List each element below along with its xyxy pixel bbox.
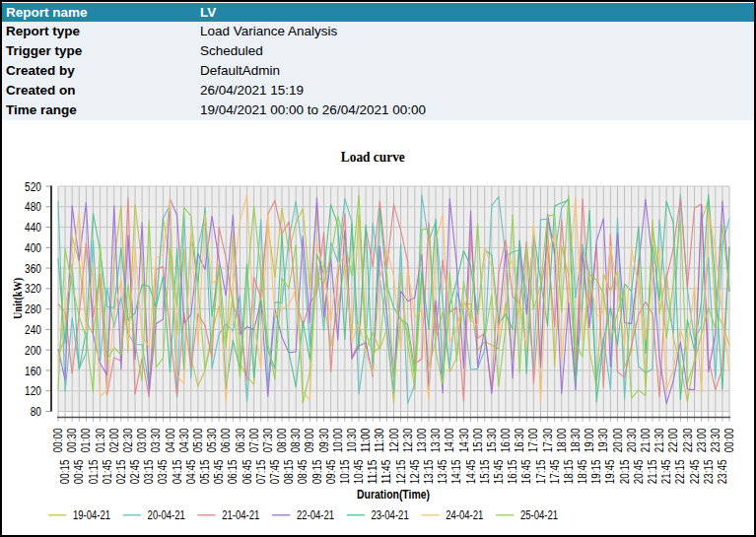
svg-text:480: 480 [25,200,41,214]
svg-text:09:30: 09:30 [317,428,331,452]
svg-text:19:30: 19:30 [596,428,610,452]
svg-text:22:15: 22:15 [673,459,687,484]
svg-text:03:45: 03:45 [157,459,171,484]
svg-text:11:30: 11:30 [373,428,386,452]
svg-text:19:15: 19:15 [589,459,603,484]
svg-text:01:45: 01:45 [101,459,114,484]
svg-text:22-04-21: 22-04-21 [297,508,334,522]
svg-text:04:00: 04:00 [164,428,177,452]
svg-text:16:30: 16:30 [513,428,526,452]
svg-text:19:00: 19:00 [583,428,596,452]
svg-text:08:15: 08:15 [282,459,296,484]
svg-text:02:00: 02:00 [107,428,121,452]
svg-text:09:15: 09:15 [310,459,324,484]
svg-text:320: 320 [25,282,41,296]
svg-text:23-04-21: 23-04-21 [372,508,409,522]
svg-text:10:00: 10:00 [331,428,345,452]
svg-text:12:45: 12:45 [408,459,422,484]
svg-text:02:45: 02:45 [128,459,142,484]
svg-text:280: 280 [25,302,41,316]
svg-text:200: 200 [25,344,41,358]
svg-text:Load curve: Load curve [341,149,405,165]
svg-text:Duration(Time): Duration(Time) [357,488,430,502]
svg-text:15:45: 15:45 [492,459,506,484]
svg-text:Unit(kW): Unit(kW) [12,278,25,319]
svg-text:18:00: 18:00 [555,428,569,452]
svg-text:20:15: 20:15 [618,459,632,484]
svg-text:09:00: 09:00 [303,428,316,452]
svg-text:10:15: 10:15 [338,459,352,484]
svg-text:120: 120 [25,384,41,398]
svg-text:06:15: 06:15 [226,459,240,484]
svg-text:400: 400 [25,241,41,255]
svg-text:08:30: 08:30 [289,428,303,452]
svg-text:05:15: 05:15 [198,459,212,484]
svg-text:00:45: 00:45 [72,459,86,484]
svg-text:03:30: 03:30 [149,428,163,452]
svg-text:11:45: 11:45 [380,459,394,484]
svg-text:02:15: 02:15 [114,459,128,484]
svg-text:360: 360 [25,262,41,276]
svg-text:20:30: 20:30 [625,428,639,452]
svg-text:03:00: 03:00 [135,428,149,452]
svg-text:14:30: 14:30 [457,428,471,452]
svg-text:23:30: 23:30 [709,428,722,452]
svg-text:21:00: 21:00 [639,428,653,452]
svg-text:07:15: 07:15 [254,459,268,484]
svg-text:24-04-21: 24-04-21 [446,508,483,522]
svg-text:04:15: 04:15 [171,459,184,484]
svg-text:16:15: 16:15 [506,459,519,484]
svg-text:05:45: 05:45 [212,459,226,484]
svg-text:12:30: 12:30 [401,428,415,452]
svg-text:21:15: 21:15 [646,459,659,484]
svg-text:12:00: 12:00 [387,428,401,452]
svg-text:16:00: 16:00 [499,428,513,452]
svg-text:05:30: 05:30 [205,428,219,452]
svg-text:20:00: 20:00 [611,428,625,452]
svg-text:17:45: 17:45 [548,459,562,484]
svg-text:25-04-21: 25-04-21 [520,508,558,522]
svg-text:04:45: 04:45 [184,459,198,484]
svg-text:18:30: 18:30 [569,428,583,452]
svg-text:11:15: 11:15 [366,459,379,484]
svg-text:17:00: 17:00 [526,428,540,452]
svg-text:13:00: 13:00 [415,428,429,452]
svg-text:00:00: 00:00 [51,428,65,452]
svg-text:20-04-21: 20-04-21 [148,508,185,522]
svg-text:06:00: 06:00 [219,428,233,452]
svg-text:00:30: 00:30 [65,428,79,452]
svg-text:14:15: 14:15 [449,459,463,484]
svg-text:00:00: 00:00 [722,428,736,452]
svg-text:16:45: 16:45 [519,459,533,484]
svg-text:07:30: 07:30 [261,428,275,452]
svg-text:22:45: 22:45 [688,459,702,484]
svg-text:13:45: 13:45 [436,459,449,484]
svg-text:05:00: 05:00 [191,428,205,452]
svg-text:15:30: 15:30 [485,428,499,452]
svg-text:19-04-21: 19-04-21 [73,508,110,522]
svg-text:14:45: 14:45 [464,459,478,484]
svg-text:15:15: 15:15 [478,459,492,484]
svg-text:07:00: 07:00 [247,428,261,452]
svg-text:10:30: 10:30 [345,428,359,452]
svg-text:440: 440 [25,221,41,235]
svg-text:22:00: 22:00 [666,428,680,452]
svg-text:80: 80 [31,405,41,419]
svg-text:21-04-21: 21-04-21 [222,508,259,522]
svg-text:07:45: 07:45 [268,459,282,484]
svg-text:00:15: 00:15 [58,459,72,484]
svg-text:09:45: 09:45 [324,459,338,484]
svg-text:04:30: 04:30 [177,428,191,452]
svg-text:21:30: 21:30 [653,428,666,452]
svg-text:17:15: 17:15 [534,459,548,484]
svg-text:13:15: 13:15 [422,459,436,484]
svg-text:06:45: 06:45 [241,459,254,484]
svg-text:19:45: 19:45 [604,459,618,484]
svg-text:22:30: 22:30 [681,428,695,452]
svg-text:23:00: 23:00 [695,428,709,452]
svg-text:12:15: 12:15 [394,459,408,484]
svg-text:18:45: 18:45 [576,459,589,484]
svg-text:14:00: 14:00 [443,428,456,452]
svg-text:21:45: 21:45 [659,459,673,484]
svg-text:08:00: 08:00 [275,428,289,452]
